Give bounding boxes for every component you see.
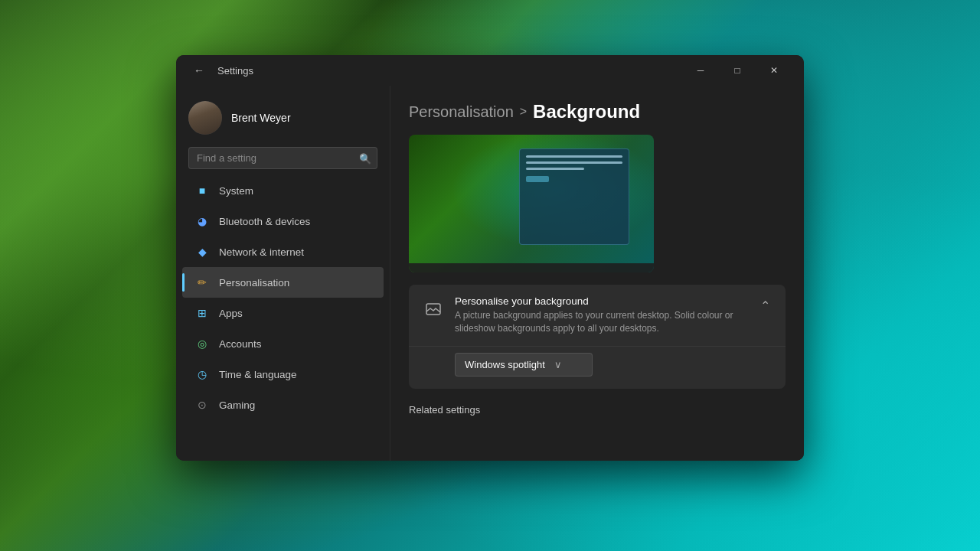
back-button[interactable]: ← [188, 60, 210, 81]
related-settings-section: Related settings [409, 398, 786, 419]
close-button[interactable]: ✕ [756, 58, 792, 83]
breadcrumb-parent[interactable]: Personalisation [409, 103, 514, 121]
bluetooth-icon: ◕ [194, 214, 210, 229]
sidebar-label-apps: Apps [219, 308, 243, 319]
settings-window: ← Settings ─ □ ✕ Brent Weyer 🔍 [176, 55, 804, 461]
card-text: Personalise your background A picture ba… [455, 295, 757, 335]
search-input[interactable] [188, 147, 377, 169]
sidebar-item-network[interactable]: ◆ Network & internet [182, 236, 384, 267]
preview-taskbar [409, 263, 654, 272]
sidebar-item-gaming[interactable]: ⊙ Gaming [182, 390, 384, 420]
avatar [188, 101, 222, 135]
user-section: Brent Weyer [176, 95, 390, 147]
avatar-image [188, 101, 222, 135]
preview-window [519, 148, 629, 245]
sidebar-item-time[interactable]: ◷ Time & language [182, 359, 384, 390]
main-content: Personalisation > Background [390, 86, 804, 461]
background-preview [409, 135, 654, 272]
sidebar-label-accounts: Accounts [219, 338, 262, 350]
network-icon: ◆ [194, 244, 210, 259]
background-type-dropdown[interactable]: Windows spotlight ∨ [455, 353, 593, 377]
maximize-button[interactable]: □ [720, 58, 755, 83]
system-icon: ■ [194, 183, 210, 198]
search-box: 🔍 [188, 147, 377, 169]
window-controls: ─ □ ✕ [683, 58, 792, 83]
background-settings-card: Personalise your background A picture ba… [409, 285, 786, 389]
card-body: Windows spotlight ∨ [409, 346, 786, 389]
nav-list: ■ System ◕ Bluetooth & devices ◆ Network… [176, 175, 390, 420]
personalisation-icon: ✏ [194, 275, 210, 290]
sidebar-label-gaming: Gaming [219, 399, 255, 411]
accounts-icon: ◎ [194, 336, 210, 351]
sidebar-item-apps[interactable]: ⊞ Apps [182, 298, 384, 328]
time-icon: ◷ [194, 367, 210, 382]
card-title: Personalise your background [455, 295, 757, 307]
sidebar-label-personalisation: Personalisation [219, 277, 289, 289]
breadcrumb: Personalisation > Background [409, 101, 786, 122]
sidebar-label-bluetooth: Bluetooth & devices [219, 216, 310, 227]
preview-button [526, 176, 549, 182]
preview-line-2 [526, 161, 622, 164]
preview-line-3 [526, 168, 584, 170]
breadcrumb-separator: > [520, 105, 527, 119]
minimize-button[interactable]: ─ [683, 58, 718, 83]
gaming-icon: ⊙ [194, 397, 210, 412]
titlebar: ← Settings ─ □ ✕ [176, 55, 804, 86]
sidebar-label-time: Time & language [219, 369, 297, 380]
sidebar-label-system: System [219, 185, 253, 197]
sidebar-item-system[interactable]: ■ System [182, 175, 384, 206]
sidebar-item-accounts[interactable]: ◎ Accounts [182, 328, 384, 359]
chevron-down-icon: ∨ [554, 359, 562, 370]
card-collapse-button[interactable]: ⌃ [757, 295, 773, 316]
card-header: Personalise your background A picture ba… [409, 285, 786, 346]
apps-icon: ⊞ [194, 305, 210, 321]
window-title: Settings [217, 65, 683, 77]
breadcrumb-current: Background [533, 101, 640, 122]
related-settings-title: Related settings [409, 398, 786, 419]
card-description: A picture background applies to your cur… [455, 309, 757, 335]
preview-line-1 [526, 155, 622, 158]
sidebar-item-personalisation[interactable]: ✏ Personalisation [182, 267, 384, 298]
sidebar-item-bluetooth[interactable]: ◕ Bluetooth & devices [182, 206, 384, 236]
dropdown-value: Windows spotlight [465, 359, 545, 370]
preview-desktop [409, 135, 654, 272]
sidebar-label-network: Network & internet [219, 246, 304, 258]
user-name: Brent Weyer [231, 112, 291, 124]
background-card-icon [421, 297, 446, 321]
search-icon: 🔍 [359, 152, 371, 164]
window-body: Brent Weyer 🔍 ■ System ◕ Bluetooth & dev… [176, 86, 804, 461]
sidebar: Brent Weyer 🔍 ■ System ◕ Bluetooth & dev… [176, 86, 390, 461]
